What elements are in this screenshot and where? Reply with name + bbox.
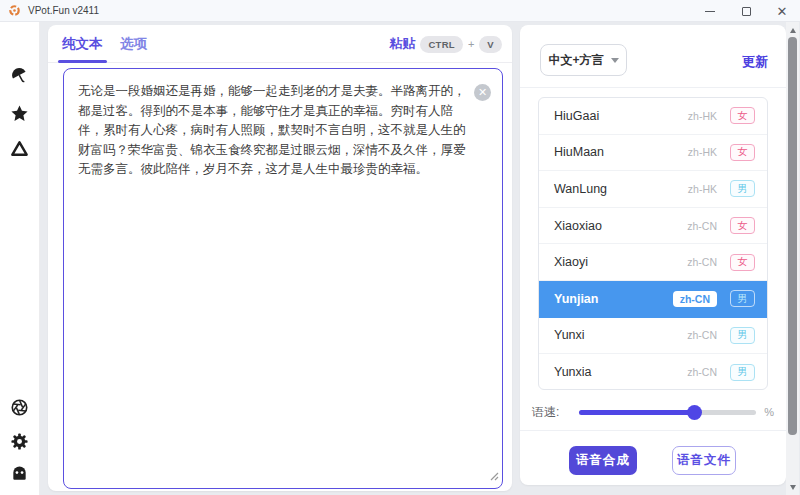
voice-gender-badge: 女	[730, 217, 755, 234]
voice-gender-badge: 男	[730, 327, 755, 344]
voice-locale: zh-HK	[688, 110, 717, 122]
resize-handle-icon[interactable]	[490, 467, 499, 485]
slider-thumb[interactable]	[687, 405, 702, 420]
robot-icon[interactable]	[10, 464, 29, 483]
language-dropdown[interactable]: 中文+方言	[540, 44, 627, 76]
action-buttons: 语音合成 语音文件	[520, 446, 786, 476]
voice-name: Yunjian	[554, 292, 598, 306]
scroll-down-icon[interactable]	[786, 482, 799, 492]
tabbar: 纯文本 选项 粘贴 CTRL + V	[48, 25, 512, 63]
speed-slider[interactable]	[579, 410, 756, 415]
workspace: 纯文本 选项 粘贴 CTRL + V 无论是一段婚姻还是再婚，能够一起走到老的才…	[0, 22, 800, 495]
gear-icon[interactable]	[10, 432, 29, 451]
voice-name: HiuGaai	[554, 109, 599, 123]
voice-locale: zh-CN	[687, 366, 717, 378]
voice-name: Yunxia	[554, 365, 592, 379]
chevron-down-icon	[611, 58, 619, 63]
titlebar: VPot.Fun v2411 ✕	[0, 0, 800, 22]
voice-name: Xiaoyi	[554, 255, 588, 269]
star-icon[interactable]	[10, 104, 29, 123]
clear-text-icon[interactable]: ✕	[474, 84, 491, 101]
synthesize-button[interactable]: 语音合成	[569, 446, 637, 475]
tab-plain-text[interactable]: 纯文本	[62, 25, 103, 63]
voice-gender-badge: 女	[730, 254, 755, 271]
app-logo-icon	[8, 4, 21, 17]
editor-card: 纯文本 选项 粘贴 CTRL + V 无论是一段婚姻还是再婚，能够一起走到老的才…	[48, 25, 512, 491]
triangle-icon[interactable]	[10, 139, 29, 158]
voice-row[interactable]: Xiaoxiaozh-CN女	[539, 208, 767, 245]
refresh-link[interactable]: 更新	[742, 53, 768, 71]
slider-fill	[579, 410, 694, 415]
voice-gender-badge: 男	[730, 364, 755, 381]
divider	[520, 87, 786, 88]
voice-locale: zh-HK	[688, 183, 717, 195]
minimize-button-icon[interactable]	[692, 0, 728, 22]
voice-name: WanLung	[554, 182, 607, 196]
voice-gender-badge: 男	[730, 180, 755, 197]
voice-gender-badge: 女	[730, 107, 755, 124]
voice-name: Xiaoxiao	[554, 219, 602, 233]
speed-row: 语速: %	[532, 400, 774, 424]
ctrl-key-badge: CTRL	[420, 36, 463, 53]
speed-unit: %	[764, 406, 774, 418]
language-dropdown-value: 中文+方言	[548, 52, 603, 69]
voice-locale: zh-HK	[688, 146, 717, 158]
divider	[520, 430, 786, 431]
speed-label: 语速:	[532, 404, 559, 421]
voice-row[interactable]: WanLungzh-HK男	[539, 171, 767, 208]
window-title: VPot.Fun v2411	[28, 5, 99, 16]
tab-options[interactable]: 选项	[120, 25, 147, 63]
scrollbar[interactable]	[786, 22, 799, 495]
close-button-icon[interactable]: ✕	[764, 0, 800, 22]
voice-gender-badge: 男	[730, 290, 755, 307]
voice-row[interactable]: Yunxiazh-CN男	[539, 354, 767, 390]
scroll-up-icon[interactable]	[786, 25, 799, 35]
paste-label: 粘贴	[389, 35, 415, 53]
window-controls: ✕	[692, 0, 800, 22]
v-key-badge: V	[479, 36, 502, 53]
maximize-button-icon[interactable]	[728, 0, 764, 22]
voice-locale: zh-CN	[687, 256, 717, 268]
scrollbar-thumb[interactable]	[788, 37, 797, 435]
voice-name: Yunxi	[554, 328, 585, 342]
voice-gender-badge: 女	[730, 144, 755, 161]
voice-row[interactable]: Yunxizh-CN男	[539, 318, 767, 355]
app-window: VPot.Fun v2411 ✕	[0, 0, 800, 495]
editor-text[interactable]: 无论是一段婚姻还是再婚，能够一起走到老的才是夫妻。半路离开的，都是过客。得到的不…	[64, 69, 502, 488]
voice-list: HiuGaaizh-HK女HiuMaanzh-HK女WanLungzh-HK男X…	[538, 97, 768, 390]
aperture-icon[interactable]	[10, 398, 29, 417]
voice-row[interactable]: HiuMaanzh-HK女	[539, 135, 767, 172]
plus-sign: +	[468, 38, 474, 50]
voice-name: HiuMaan	[554, 145, 604, 159]
voice-row[interactable]: Yunjianzh-CN男	[539, 281, 767, 318]
voice-locale: zh-CN	[687, 329, 717, 341]
voice-row[interactable]: HiuGaaizh-HK女	[539, 98, 767, 135]
sidebar	[0, 22, 40, 495]
text-input-area[interactable]: 无论是一段婚姻还是再婚，能够一起走到老的才是夫妻。半路离开的，都是过客。得到的不…	[63, 68, 503, 489]
voice-locale: zh-CN	[687, 220, 717, 232]
voice-row[interactable]: Xiaoyizh-CN女	[539, 244, 767, 281]
voice-file-button[interactable]: 语音文件	[672, 446, 736, 475]
umbrella-icon[interactable]	[10, 66, 29, 85]
voice-panel: 中文+方言 更新 HiuGaaizh-HK女HiuMaanzh-HK女WanLu…	[520, 25, 786, 485]
paste-button[interactable]: 粘贴 CTRL + V	[389, 25, 502, 63]
voice-locale: zh-CN	[673, 291, 717, 307]
